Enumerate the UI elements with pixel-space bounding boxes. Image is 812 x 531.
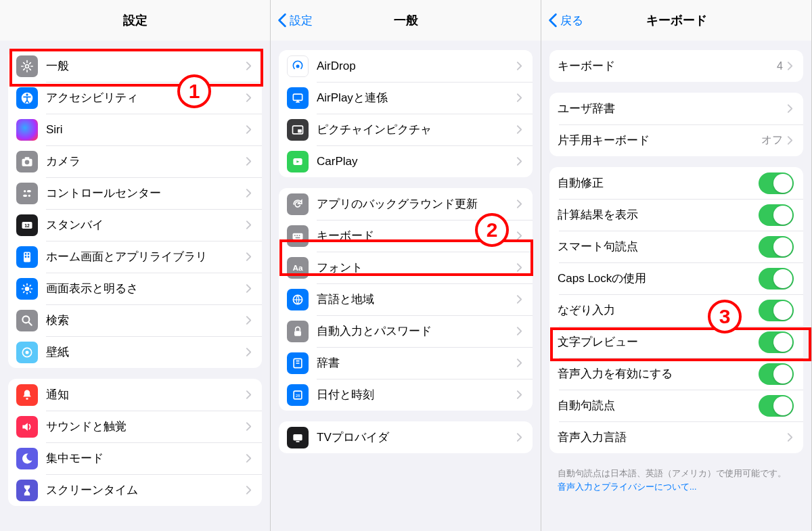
row-auto-punctuation[interactable]: 自動句読点: [549, 390, 803, 421]
row-char-preview[interactable]: 文字プレビュー: [549, 326, 803, 358]
toggle-caps-lock[interactable]: [759, 268, 794, 290]
font-icon: [287, 257, 309, 279]
dictionary-icon: [287, 352, 309, 374]
chevron-icon: [516, 231, 523, 241]
label-dictionary: 辞書: [317, 355, 516, 371]
moon-icon: [16, 448, 38, 469]
globe-icon: [287, 289, 309, 310]
label-general: 一般: [46, 58, 246, 74]
row-focus[interactable]: 集中モード: [8, 442, 262, 474]
brightness-icon: [16, 278, 38, 300]
label-search: 検索: [46, 313, 246, 328]
row-dictionary[interactable]: 辞書: [279, 347, 533, 379]
label-auto-punctuation: 自動句読点: [558, 398, 759, 413]
toggle-auto-correction[interactable]: [759, 172, 794, 194]
settings-group-b: 通知 サウンドと触覚 集中モード スクリーンタイム: [8, 379, 262, 506]
row-caps-lock[interactable]: Caps Lockの使用: [549, 262, 803, 294]
row-language[interactable]: 言語と地域: [279, 283, 533, 315]
row-tv-provider[interactable]: TVプロバイダ: [279, 421, 533, 453]
chevron-icon: [246, 188, 252, 199]
chevron-icon: [516, 432, 523, 443]
back-button-general[interactable]: 戻る: [548, 13, 583, 28]
toggle-inline-results[interactable]: [759, 204, 794, 226]
chevron-icon: [516, 156, 523, 167]
row-general[interactable]: 一般: [8, 50, 262, 82]
keyboard-group-b: ユーザ辞書 片手用キーボード オフ: [549, 93, 803, 156]
refresh-icon: [287, 193, 309, 215]
row-home-screen[interactable]: ホーム画面とアプリライブラリ: [8, 241, 262, 273]
row-notifications[interactable]: 通知: [8, 379, 262, 411]
row-sounds[interactable]: サウンドと触覚: [8, 411, 262, 442]
carplay-icon: [287, 151, 309, 172]
tv-icon: [287, 427, 309, 448]
row-smart-punctuation[interactable]: スマート句読点: [549, 231, 803, 262]
siri-icon: [16, 119, 38, 141]
row-search[interactable]: 検索: [8, 304, 262, 336]
row-autofill[interactable]: 自動入力とパスワード: [279, 315, 533, 347]
row-keyboards[interactable]: キーボード 4: [549, 50, 803, 82]
label-smart-punctuation: スマート句読点: [558, 239, 759, 254]
row-auto-correction[interactable]: 自動修正: [549, 167, 803, 199]
chevron-icon: [516, 326, 523, 337]
label-wallpaper: 壁紙: [46, 344, 246, 360]
row-dictation-languages[interactable]: 音声入力言語: [549, 421, 803, 453]
row-keyboard[interactable]: キーボード: [279, 220, 533, 252]
row-fonts[interactable]: フォント: [279, 252, 533, 283]
row-dictation[interactable]: 音声入力を有効にする: [549, 358, 803, 390]
toggle-dictation[interactable]: [759, 363, 794, 385]
label-carplay: CarPlay: [317, 155, 516, 168]
label-keyboard: キーボード: [317, 228, 516, 244]
toggle-char-preview[interactable]: [759, 331, 794, 353]
row-wallpaper[interactable]: 壁紙: [8, 336, 262, 368]
general-group-a: AirDrop AirPlayと連係 ピクチャインピクチャ CarPlay: [279, 50, 533, 177]
label-fonts: フォント: [317, 260, 516, 275]
chevron-icon: [246, 421, 252, 432]
back-button-settings[interactable]: 設定: [277, 13, 313, 28]
keyboard-icon: [287, 225, 309, 247]
row-airdrop[interactable]: AirDrop: [279, 50, 533, 82]
row-control-center[interactable]: コントロールセンター: [8, 177, 262, 209]
chevron-icon: [516, 390, 523, 400]
row-camera[interactable]: カメラ: [8, 145, 262, 177]
label-camera: カメラ: [46, 154, 246, 169]
row-standby[interactable]: スタンバイ: [8, 209, 262, 241]
row-text-replacement[interactable]: ユーザ辞書: [549, 93, 803, 124]
row-airplay[interactable]: AirPlayと連係: [279, 82, 533, 114]
row-date-time[interactable]: 日付と時刻: [279, 379, 533, 411]
chevron-icon: [246, 453, 252, 464]
row-inline-results[interactable]: 計算結果を表示: [549, 199, 803, 231]
label-dictation-languages: 音声入力言語: [558, 430, 787, 445]
label-airplay: AirPlayと連係: [317, 90, 516, 106]
row-siri[interactable]: Siri: [8, 114, 262, 145]
row-carplay[interactable]: CarPlay: [279, 145, 533, 177]
row-display[interactable]: 画面表示と明るさ: [8, 273, 262, 304]
label-char-preview: 文字プレビュー: [558, 334, 759, 350]
row-screen-time[interactable]: スクリーンタイム: [8, 474, 262, 506]
camera-icon: [16, 151, 38, 172]
label-home-screen: ホーム画面とアプリライブラリ: [46, 249, 246, 264]
row-pip[interactable]: ピクチャインピクチャ: [279, 114, 533, 145]
header-general: 設定 一般: [271, 0, 541, 41]
label-screen-time: スクリーンタイム: [46, 482, 246, 498]
chevron-icon: [246, 252, 252, 262]
row-accessibility[interactable]: アクセシビリティ: [8, 82, 262, 114]
label-sounds: サウンドと触覚: [46, 419, 246, 434]
footer-link-privacy[interactable]: 音声入力とプライバシーについて...: [541, 482, 811, 493]
header-keyboard: 戻る キーボード: [541, 0, 811, 41]
pip-icon: [287, 119, 309, 141]
chevron-icon: [246, 347, 252, 358]
label-background-refresh: アプリのバックグラウンド更新: [317, 196, 516, 212]
chevron-icon: [246, 485, 252, 496]
chevron-icon: [246, 283, 252, 294]
label-auto-correction: 自動修正: [558, 175, 759, 191]
chevron-icon: [787, 103, 794, 114]
toggle-slide-to-type[interactable]: [759, 300, 794, 321]
toggle-auto-punctuation[interactable]: [759, 395, 794, 417]
back-label: 設定: [290, 13, 313, 28]
toggle-smart-punctuation[interactable]: [759, 236, 794, 258]
general-group-c: TVプロバイダ: [279, 421, 533, 453]
gear-icon: [16, 55, 38, 77]
row-one-handed[interactable]: 片手用キーボード オフ: [549, 124, 803, 156]
row-background-refresh[interactable]: アプリのバックグラウンド更新: [279, 188, 533, 220]
row-slide-to-type[interactable]: なぞり入力: [549, 294, 803, 326]
